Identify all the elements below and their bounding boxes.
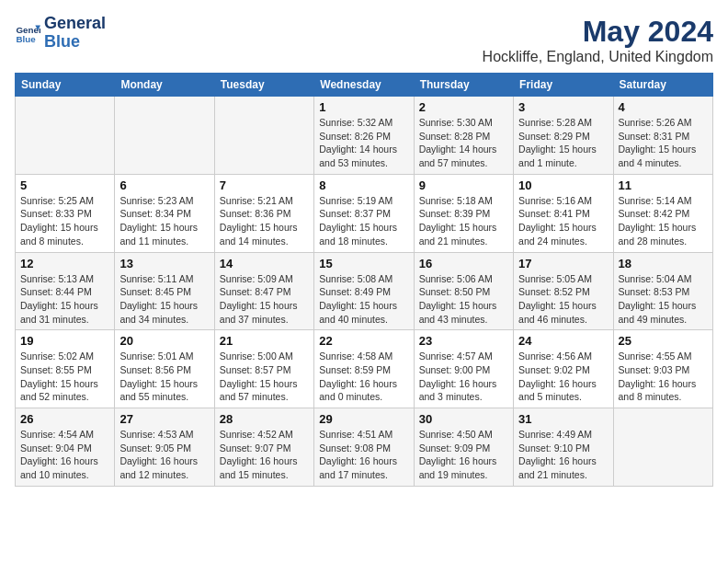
day-number: 20 xyxy=(119,334,209,348)
logo-icon: General Blue xyxy=(15,20,40,46)
day-number: 12 xyxy=(20,257,109,270)
calendar-cell: 19Sunrise: 5:02 AM Sunset: 8:55 PM Dayli… xyxy=(16,330,115,408)
day-number: 5 xyxy=(20,178,109,192)
calendar-cell: 27Sunrise: 4:53 AM Sunset: 9:05 PM Dayli… xyxy=(115,408,214,487)
calendar-cell: 24Sunrise: 4:56 AM Sunset: 9:02 PM Dayli… xyxy=(514,330,613,408)
day-info: Sunrise: 4:51 AM Sunset: 9:08 PM Dayligh… xyxy=(319,428,408,482)
day-info: Sunrise: 5:14 AM Sunset: 8:42 PM Dayligh… xyxy=(619,194,708,248)
calendar-cell: 8Sunrise: 5:19 AM Sunset: 8:37 PM Daylig… xyxy=(314,174,414,252)
calendar-cell: 10Sunrise: 5:16 AM Sunset: 8:41 PM Dayli… xyxy=(514,174,613,252)
calendar-cell: 5Sunrise: 5:25 AM Sunset: 8:33 PM Daylig… xyxy=(16,174,115,252)
day-number: 17 xyxy=(518,257,608,270)
day-number: 11 xyxy=(619,178,708,192)
calendar-cell xyxy=(16,97,115,175)
day-number: 31 xyxy=(518,412,608,426)
day-info: Sunrise: 5:08 AM Sunset: 8:49 PM Dayligh… xyxy=(319,272,408,327)
calendar-cell xyxy=(115,97,214,175)
calendar-cell: 4Sunrise: 5:26 AM Sunset: 8:31 PM Daylig… xyxy=(613,97,712,175)
day-number: 7 xyxy=(220,178,309,192)
day-number: 3 xyxy=(518,100,608,114)
day-info: Sunrise: 5:21 AM Sunset: 8:36 PM Dayligh… xyxy=(220,194,309,248)
column-header-thursday: Thursday xyxy=(414,74,513,97)
day-info: Sunrise: 4:49 AM Sunset: 9:10 PM Dayligh… xyxy=(518,428,608,482)
day-info: Sunrise: 5:01 AM Sunset: 8:56 PM Dayligh… xyxy=(119,350,209,404)
day-number: 18 xyxy=(619,257,708,270)
day-number: 22 xyxy=(319,334,408,348)
calendar-cell: 28Sunrise: 4:52 AM Sunset: 9:07 PM Dayli… xyxy=(214,408,313,487)
day-number: 23 xyxy=(419,334,508,348)
page-header: General Blue General Blue May 2024 Hockl… xyxy=(15,15,713,65)
title-block: May 2024 Hockliffe, England, United King… xyxy=(483,15,713,65)
svg-text:Blue: Blue xyxy=(16,34,36,44)
calendar-cell: 14Sunrise: 5:09 AM Sunset: 8:47 PM Dayli… xyxy=(214,252,313,330)
calendar-cell: 21Sunrise: 5:00 AM Sunset: 8:57 PM Dayli… xyxy=(214,330,313,408)
column-header-friday: Friday xyxy=(514,74,613,97)
day-number: 24 xyxy=(518,334,608,348)
day-info: Sunrise: 5:09 AM Sunset: 8:47 PM Dayligh… xyxy=(220,272,309,327)
calendar-cell: 3Sunrise: 5:28 AM Sunset: 8:29 PM Daylig… xyxy=(514,97,613,175)
calendar-cell: 11Sunrise: 5:14 AM Sunset: 8:42 PM Dayli… xyxy=(613,174,712,252)
header-row: SundayMondayTuesdayWednesdayThursdayFrid… xyxy=(16,74,713,97)
day-info: Sunrise: 4:52 AM Sunset: 9:07 PM Dayligh… xyxy=(220,428,309,482)
calendar-cell: 25Sunrise: 4:55 AM Sunset: 9:03 PM Dayli… xyxy=(613,330,712,408)
day-number: 1 xyxy=(319,100,408,114)
location-subtitle: Hockliffe, England, United Kingdom xyxy=(483,49,713,65)
calendar-cell: 9Sunrise: 5:18 AM Sunset: 8:39 PM Daylig… xyxy=(414,174,513,252)
calendar-cell: 7Sunrise: 5:21 AM Sunset: 8:36 PM Daylig… xyxy=(214,174,313,252)
day-info: Sunrise: 5:00 AM Sunset: 8:57 PM Dayligh… xyxy=(220,350,309,404)
day-info: Sunrise: 5:25 AM Sunset: 8:33 PM Dayligh… xyxy=(20,194,109,248)
day-info: Sunrise: 5:18 AM Sunset: 8:39 PM Dayligh… xyxy=(419,194,508,248)
day-info: Sunrise: 4:55 AM Sunset: 9:03 PM Dayligh… xyxy=(619,350,708,404)
main-title: May 2024 xyxy=(483,15,713,49)
calendar-cell: 12Sunrise: 5:13 AM Sunset: 8:44 PM Dayli… xyxy=(16,252,115,330)
day-number: 6 xyxy=(119,178,209,192)
day-info: Sunrise: 5:28 AM Sunset: 8:29 PM Dayligh… xyxy=(518,116,608,170)
calendar-cell: 30Sunrise: 4:50 AM Sunset: 9:09 PM Dayli… xyxy=(414,408,513,487)
calendar-row: 5Sunrise: 5:25 AM Sunset: 8:33 PM Daylig… xyxy=(16,174,713,252)
calendar-cell: 17Sunrise: 5:05 AM Sunset: 8:52 PM Dayli… xyxy=(514,252,613,330)
day-number: 16 xyxy=(419,257,508,270)
calendar-cell xyxy=(214,97,313,175)
calendar-cell: 29Sunrise: 4:51 AM Sunset: 9:08 PM Dayli… xyxy=(314,408,414,487)
calendar-cell: 20Sunrise: 5:01 AM Sunset: 8:56 PM Dayli… xyxy=(115,330,214,408)
calendar-row: 19Sunrise: 5:02 AM Sunset: 8:55 PM Dayli… xyxy=(16,330,713,408)
day-info: Sunrise: 5:26 AM Sunset: 8:31 PM Dayligh… xyxy=(619,116,708,170)
day-number: 13 xyxy=(119,257,209,270)
calendar-cell: 1Sunrise: 5:32 AM Sunset: 8:26 PM Daylig… xyxy=(314,97,414,175)
calendar-row: 12Sunrise: 5:13 AM Sunset: 8:44 PM Dayli… xyxy=(16,252,713,330)
column-header-saturday: Saturday xyxy=(613,74,712,97)
day-number: 2 xyxy=(419,100,508,114)
calendar-cell: 13Sunrise: 5:11 AM Sunset: 8:45 PM Dayli… xyxy=(115,252,214,330)
day-info: Sunrise: 5:30 AM Sunset: 8:28 PM Dayligh… xyxy=(419,116,508,170)
column-header-monday: Monday xyxy=(115,74,214,97)
column-header-tuesday: Tuesday xyxy=(214,74,313,97)
day-info: Sunrise: 5:02 AM Sunset: 8:55 PM Dayligh… xyxy=(20,350,109,404)
day-number: 27 xyxy=(119,412,209,426)
day-number: 9 xyxy=(419,178,508,192)
day-number: 19 xyxy=(20,334,109,348)
day-number: 15 xyxy=(319,257,408,270)
calendar-cell: 22Sunrise: 4:58 AM Sunset: 8:59 PM Dayli… xyxy=(314,330,414,408)
day-info: Sunrise: 5:16 AM Sunset: 8:41 PM Dayligh… xyxy=(518,194,608,248)
day-info: Sunrise: 4:54 AM Sunset: 9:04 PM Dayligh… xyxy=(20,428,109,482)
calendar-cell: 26Sunrise: 4:54 AM Sunset: 9:04 PM Dayli… xyxy=(16,408,115,487)
day-info: Sunrise: 4:58 AM Sunset: 8:59 PM Dayligh… xyxy=(319,350,408,404)
calendar-cell: 23Sunrise: 4:57 AM Sunset: 9:00 PM Dayli… xyxy=(414,330,513,408)
day-info: Sunrise: 5:13 AM Sunset: 8:44 PM Dayligh… xyxy=(20,272,109,327)
calendar-cell: 18Sunrise: 5:04 AM Sunset: 8:53 PM Dayli… xyxy=(613,252,712,330)
calendar-cell: 6Sunrise: 5:23 AM Sunset: 8:34 PM Daylig… xyxy=(115,174,214,252)
day-info: Sunrise: 5:06 AM Sunset: 8:50 PM Dayligh… xyxy=(419,272,508,327)
day-number: 25 xyxy=(619,334,708,348)
day-number: 21 xyxy=(220,334,309,348)
calendar-cell: 31Sunrise: 4:49 AM Sunset: 9:10 PM Dayli… xyxy=(514,408,613,487)
day-info: Sunrise: 4:53 AM Sunset: 9:05 PM Dayligh… xyxy=(119,428,209,482)
column-header-wednesday: Wednesday xyxy=(314,74,414,97)
logo-text: General Blue xyxy=(44,15,106,52)
day-info: Sunrise: 5:19 AM Sunset: 8:37 PM Dayligh… xyxy=(319,194,408,248)
day-info: Sunrise: 5:05 AM Sunset: 8:52 PM Dayligh… xyxy=(518,272,608,327)
day-info: Sunrise: 4:50 AM Sunset: 9:09 PM Dayligh… xyxy=(419,428,508,482)
day-number: 30 xyxy=(419,412,508,426)
day-number: 28 xyxy=(220,412,309,426)
day-info: Sunrise: 5:04 AM Sunset: 8:53 PM Dayligh… xyxy=(619,272,708,327)
calendar-cell: 15Sunrise: 5:08 AM Sunset: 8:49 PM Dayli… xyxy=(314,252,414,330)
